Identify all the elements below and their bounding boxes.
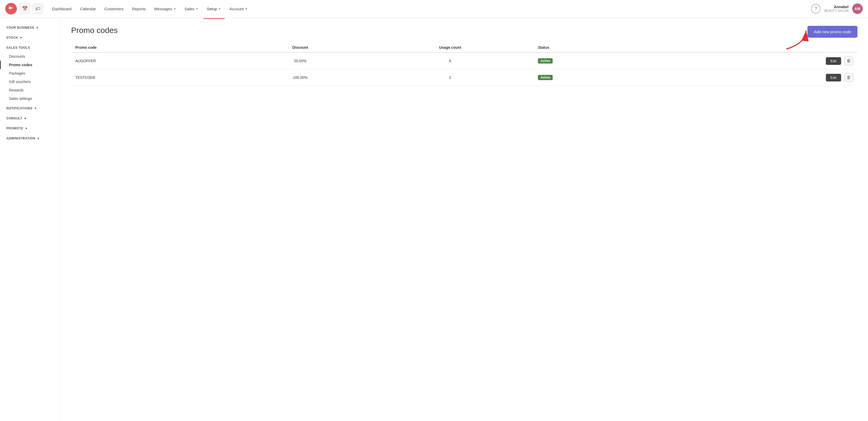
nav-setup[interactable]: Setup ▼ [203,4,225,13]
sidebar-section-consult: CONSULT ▼ [0,114,60,123]
user-name: Annabel [824,5,848,9]
sidebar-item-promo-codes[interactable]: Promo codes [0,61,60,69]
sidebar-header-your-business[interactable]: YOUR BUSINESS ▼ [0,23,60,32]
sidebar-item-sales-settings[interactable]: Sales settings [0,94,60,103]
main-content: Promo codes Add new promo code Promo cod… [61,18,868,421]
add-promo-code-button[interactable]: Add new promo code [807,26,858,38]
sidebar-header-notifications[interactable]: NOTIFICATIONS ▼ [0,104,60,113]
nav-customers[interactable]: Customers [101,4,127,13]
nav-reports[interactable]: Reports [128,4,150,13]
discount-cell: 20.00% [234,53,366,69]
chevron-down-icon: ▼ [173,7,176,10]
user-business: BEAUTY SALON [824,9,848,13]
col-promo-code: Promo code [71,43,234,53]
sidebar-item-rewards[interactable]: Rewards [0,86,60,94]
table-row: AUGOFFER 20.00% 6 Active Edit 🗑 [71,53,858,69]
chevron-down-icon: ▼ [37,137,40,140]
help-button[interactable]: ? [811,4,820,13]
sidebar-section-your-business: YOUR BUSINESS ▼ [0,23,60,32]
chevron-down-icon: ▼ [218,7,221,10]
sidebar-section-stock: STOCK ▼ [0,33,60,42]
promo-table: Promo code Discount Usage count Status A… [71,43,858,86]
col-status: Status [534,43,661,53]
promo-code-cell: AUGOFFER [71,53,234,69]
top-nav: 📅 🏷 Dashboard Calendar Customers Reports… [0,0,868,18]
status-badge: Active [538,75,553,80]
sidebar-section-promote: PROMOTE ▼ [0,124,60,133]
nav-links: Dashboard Calendar Customers Reports Mes… [49,4,808,13]
sidebar-item-discounts[interactable]: Discounts [0,52,60,61]
chevron-down-icon: ▼ [245,7,248,10]
delete-button[interactable]: 🗑 [844,56,853,65]
svg-point-1 [9,7,11,9]
edit-button[interactable]: Edit [826,74,841,82]
page-layout: YOUR BUSINESS ▼ STOCK ▼ SALES TOOLS Disc… [0,18,868,421]
chevron-down-icon: ▼ [20,36,22,39]
status-cell: Active [534,69,661,86]
chevron-down-icon: ▼ [36,26,39,29]
sidebar-header-stock[interactable]: STOCK ▼ [0,33,60,42]
avatar[interactable]: AM [852,3,863,14]
sidebar-section-notifications: NOTIFICATIONS ▼ [0,104,60,113]
col-discount: Discount [234,43,366,53]
discount-cell: 100.00% [234,69,366,86]
nav-account[interactable]: Account ▼ [226,4,251,13]
calendar-icon-btn[interactable]: 📅 [20,3,30,14]
table-row: TESTCODE 100.00% 2 Active Edit 🗑 [71,69,858,86]
sidebar-section-sales-tools: SALES TOOLS Discounts Promo codes Packag… [0,43,60,103]
actions-cell: Edit 🗑 [661,53,858,69]
usage-count-cell: 2 [366,69,534,86]
nav-dashboard[interactable]: Dashboard [49,4,75,13]
svg-point-2 [11,7,13,9]
sidebar-header-promote[interactable]: PROMOTE ▼ [0,124,60,133]
chevron-down-icon: ▼ [195,7,198,10]
sidebar-item-gift-vouchers[interactable]: Gift vouchers [0,78,60,86]
tag-icon-btn[interactable]: 🏷 [33,3,43,14]
chevron-down-icon: ▼ [24,117,27,120]
sidebar-header-consult[interactable]: CONSULT ▼ [0,114,60,123]
logo[interactable] [5,3,17,14]
col-actions [661,43,858,53]
nav-messages[interactable]: Messages ▼ [150,4,180,13]
nav-calendar[interactable]: Calendar [76,4,100,13]
page-title: Promo codes [71,26,858,35]
edit-button[interactable]: Edit [826,57,841,65]
status-badge: Active [538,58,553,63]
actions-cell: Edit 🗑 [661,69,858,86]
chevron-down-icon: ▼ [25,127,28,130]
sidebar-item-packages[interactable]: Packages [0,69,60,78]
sidebar-header-administration[interactable]: ADMINISTRATION ▼ [0,134,60,143]
sidebar-section-administration: ADMINISTRATION ▼ [0,134,60,143]
sidebar-header-sales-tools[interactable]: SALES TOOLS [0,43,60,52]
usage-count-cell: 6 [366,53,534,69]
nav-sales[interactable]: Sales ▼ [181,4,202,13]
promo-code-cell: TESTCODE [71,69,234,86]
status-cell: Active [534,53,661,69]
delete-button[interactable]: 🗑 [844,73,853,82]
nav-right: ? Annabel BEAUTY SALON AM [811,3,863,14]
col-usage-count: Usage count [366,43,534,53]
sidebar: YOUR BUSINESS ▼ STOCK ▼ SALES TOOLS Disc… [0,18,61,421]
user-info: Annabel BEAUTY SALON [824,5,848,13]
chevron-down-icon: ▼ [34,107,37,110]
